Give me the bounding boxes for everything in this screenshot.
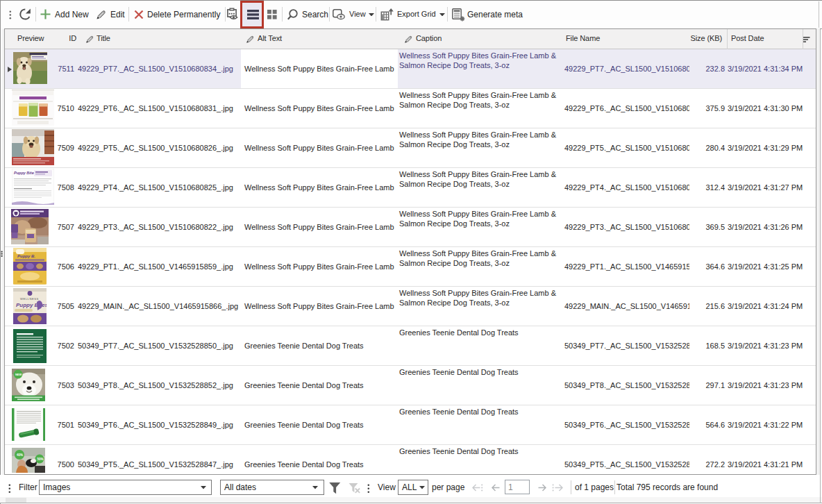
svg-text:NEW: NEW bbox=[15, 373, 22, 376]
svg-text:Puppy Bites: Puppy Bites bbox=[14, 171, 36, 175]
svg-text:40%: 40% bbox=[17, 453, 23, 457]
svg-text:Puppy B.: Puppy B. bbox=[17, 254, 35, 258]
svg-text:50%: 50% bbox=[37, 457, 43, 461]
svg-text:WELLNESS: WELLNESS bbox=[20, 297, 39, 301]
